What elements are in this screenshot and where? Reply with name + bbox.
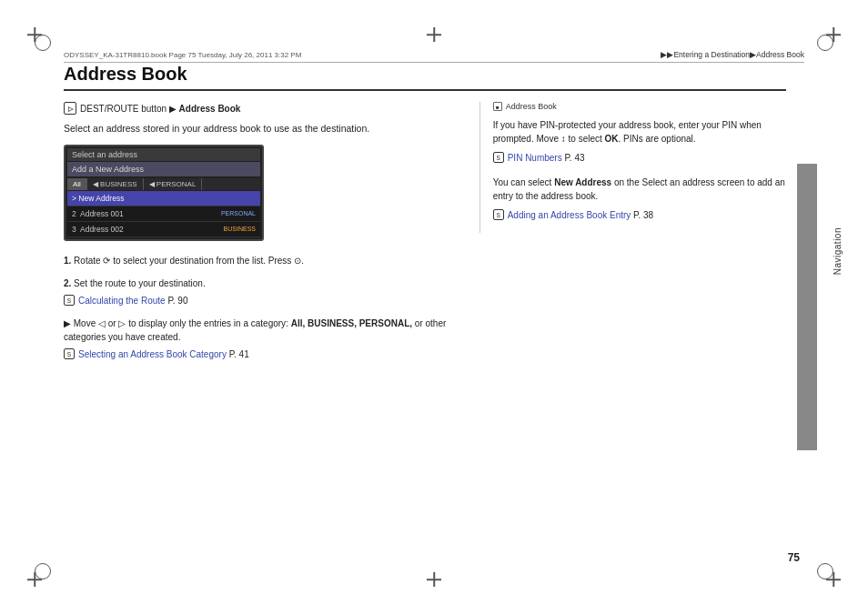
pin-link-row: S PIN Numbers P. 43: [493, 151, 786, 165]
move-icon-right: ↕: [561, 134, 566, 144]
step-move-sub: S Selecting an Address Book Category P. …: [64, 347, 461, 361]
dest-route-text: DEST/ROUTE button ▶ Address Book: [80, 104, 240, 114]
screen-list-new-address[interactable]: > New Address: [67, 191, 260, 206]
page-number: 75: [788, 551, 800, 564]
screen-tabs: All ◀ BUSINESS ◀ PERSONAL: [67, 178, 260, 190]
screen-mockup: Select an address Add a New Address All …: [64, 145, 264, 241]
screen-add-row: Add a New Address: [67, 162, 260, 176]
screen-list: > New Address 2 Address 001 PERSONAL 3 A…: [67, 191, 260, 237]
press-icon: ⊙: [294, 254, 301, 267]
step-move-link: Selecting an Address Book Category P. 41: [78, 347, 249, 361]
step-2-icon: S: [64, 295, 75, 306]
crossmark-tc: [427, 27, 441, 42]
addr001-badge: PERSONAL: [221, 210, 256, 216]
screen-list-addr002[interactable]: 3 Address 002 BUSINESS: [67, 222, 260, 237]
dest-route-icon: ▷: [64, 102, 76, 115]
right-section-icon: ■: [493, 102, 502, 111]
move-right-icon: ▷: [118, 317, 126, 330]
addr002-label: 3 Address 002: [72, 225, 124, 234]
step-2-sub: S Calculating the Route P. 90: [64, 294, 461, 307]
right-column: ■ Address Book If you have PIN-protected…: [479, 102, 786, 233]
addr002-badge: BUSINESS: [224, 226, 256, 232]
new-address-label: > New Address: [72, 194, 124, 203]
right-para1: If you have PIN-protected your address b…: [493, 118, 786, 165]
two-column-layout: ▷ DEST/ROUTE button ▶ Address Book Selec…: [64, 102, 786, 370]
pin-link: PIN Numbers P. 43: [508, 151, 585, 165]
add-entry-link: Adding an Address Book Entry P. 38: [508, 208, 653, 222]
step-1-num: 1.: [64, 256, 71, 266]
step-1: 1. Rotate ⟳ to select your destination f…: [64, 254, 461, 267]
dest-route-line: ▷ DEST/ROUTE button ▶ Address Book: [64, 102, 461, 115]
steps-section: 1. Rotate ⟳ to select your destination f…: [64, 254, 461, 361]
header-file-info: ODYSSEY_KA-31TR8810.book Page 75 Tuesday…: [64, 51, 301, 59]
right-section-label: Address Book: [506, 102, 557, 111]
screen-title: Select an address: [67, 148, 260, 161]
crossmark-tl: [27, 27, 42, 42]
step-move-icon: S: [64, 348, 75, 359]
add-entry-link-row: S Adding an Address Book Entry P. 38: [493, 208, 786, 222]
crossmark-br: [826, 572, 841, 587]
screen-list-addr001[interactable]: 2 Address 001 PERSONAL: [67, 206, 260, 222]
main-content: Address Book ▷ DEST/ROUTE button ▶ Addre…: [64, 64, 786, 559]
crossmark-bl: [27, 572, 42, 587]
left-column: ▷ DEST/ROUTE button ▶ Address Book Selec…: [64, 102, 461, 370]
screen-tab-personal[interactable]: ◀ PERSONAL: [144, 178, 203, 190]
crossmark-bc: [427, 572, 441, 587]
move-arrow-icon: ▶: [64, 318, 71, 328]
crossmark-tr: [826, 27, 841, 42]
top-header: ODYSSEY_KA-31TR8810.book Page 75 Tuesday…: [64, 50, 804, 63]
step-move: ▶ Move ◁ or ▷ to display only the entrie…: [64, 317, 461, 361]
breadcrumb: ▶▶Entering a Destination▶Address Book: [661, 50, 804, 59]
rotate-icon: ⟳: [103, 254, 110, 267]
screen-tab-all[interactable]: All: [67, 178, 87, 190]
step-2-link: Calculating the Route P. 90: [78, 294, 187, 307]
select-description: Select an address stored in your address…: [64, 122, 461, 136]
nav-sidebar-label: Navigation: [833, 227, 843, 275]
step-2-num: 2.: [64, 278, 71, 288]
right-para2: You can select New Address on the Select…: [493, 176, 786, 222]
page-title: Address Book: [64, 64, 786, 91]
move-left-icon: ◁: [98, 317, 106, 330]
add-entry-icon: S: [493, 209, 504, 220]
pin-icon: S: [493, 152, 504, 163]
screen-tab-business[interactable]: ◀ BUSINESS: [87, 178, 144, 190]
nav-sidebar-bar: [797, 164, 817, 450]
step-2: 2. Set the route to your destination. S …: [64, 277, 461, 307]
right-section-title: ■ Address Book: [493, 102, 786, 111]
addr001-label: 2 Address 001: [72, 209, 124, 218]
